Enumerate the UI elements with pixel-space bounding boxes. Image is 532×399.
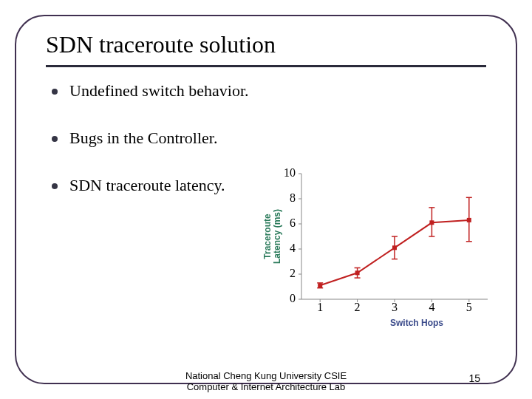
footer-line: National Cheng Kung University CSIE xyxy=(0,370,532,382)
svg-text:Latency (ms): Latency (ms) xyxy=(272,209,282,264)
list-item-label: Bugs in the Controller. xyxy=(69,129,217,148)
footer-line: Computer & Internet Architecture Lab xyxy=(0,381,532,393)
svg-text:2: 2 xyxy=(355,301,361,313)
list-item-label: SDN traceroute latency. xyxy=(69,176,225,195)
svg-text:4: 4 xyxy=(429,301,434,313)
svg-text:1: 1 xyxy=(317,301,323,313)
list-item: Undefined switch behavior. xyxy=(52,81,249,100)
page-number: 15 xyxy=(468,372,480,384)
svg-rect-40 xyxy=(429,220,434,225)
footer: National Cheng Kung University CSIE Comp… xyxy=(0,370,532,393)
bullet-icon xyxy=(52,89,58,95)
bullet-icon xyxy=(52,183,58,189)
svg-text:Traceroute: Traceroute xyxy=(262,214,273,259)
latency-chart: 024681012345TracerouteLatency (ms)Switch… xyxy=(259,166,495,336)
list-item-label: Undefined switch behavior. xyxy=(69,81,249,100)
bullet-list: Undefined switch behavior. Bugs in the C… xyxy=(52,81,249,223)
svg-text:5: 5 xyxy=(466,301,472,313)
svg-text:8: 8 xyxy=(290,191,296,204)
svg-text:2: 2 xyxy=(290,267,296,279)
list-item: SDN traceroute latency. xyxy=(52,176,249,195)
svg-rect-28 xyxy=(318,283,322,287)
title-underline xyxy=(46,65,486,67)
svg-text:0: 0 xyxy=(290,292,296,304)
svg-text:4: 4 xyxy=(290,242,296,254)
page-title: SDN traceroute solution xyxy=(46,31,276,58)
svg-text:6: 6 xyxy=(290,216,296,229)
svg-text:10: 10 xyxy=(284,166,296,179)
list-item: Bugs in the Controller. xyxy=(52,129,249,148)
svg-rect-32 xyxy=(355,270,360,275)
svg-text:3: 3 xyxy=(392,301,398,313)
slide: SDN traceroute solution Undefined switch… xyxy=(0,0,532,399)
svg-rect-44 xyxy=(467,218,471,222)
bullet-icon xyxy=(52,136,58,142)
svg-rect-36 xyxy=(392,245,397,250)
svg-text:Switch Hops: Switch Hops xyxy=(390,318,443,328)
